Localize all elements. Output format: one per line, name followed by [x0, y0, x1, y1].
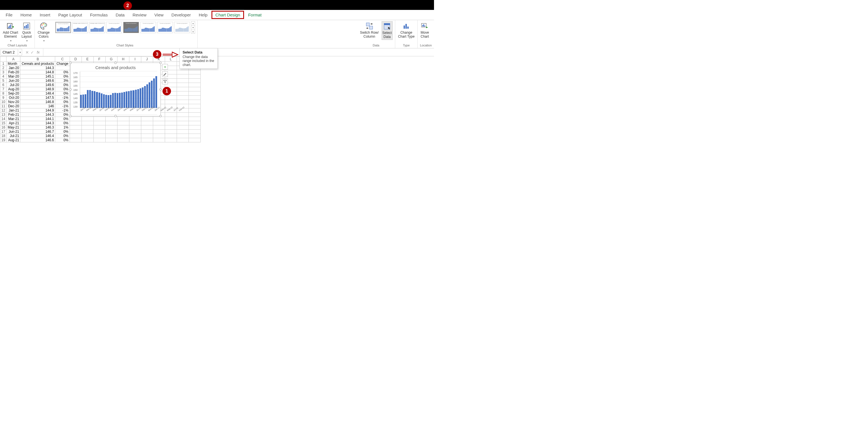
group-chart-styles-label: Chart Styles	[55, 43, 195, 47]
svg-rect-7	[27, 24, 29, 29]
resize-handle[interactable]	[159, 88, 162, 91]
change-chart-type-button[interactable]: Change Chart Type	[398, 21, 415, 39]
annotation-3: 3	[153, 50, 161, 59]
fx-icon[interactable]: fx	[36, 50, 41, 54]
title-bar	[0, 0, 434, 10]
svg-rect-16	[404, 26, 405, 29]
resize-handle[interactable]	[69, 62, 72, 64]
chart-object[interactable]: + Cereals and products 17016516015515014…	[70, 63, 161, 116]
add-chart-element-icon	[6, 22, 15, 30]
plot-area[interactable]: 170165160155150145140135130 Jan-20Mar-20…	[73, 71, 158, 114]
svg-rect-21	[424, 24, 424, 26]
col-J[interactable]: J	[141, 57, 153, 62]
x-axis: Jan-20Mar-20May-20Jul-20Sep-20Nov-20Jan-…	[80, 108, 157, 114]
resize-handle[interactable]	[159, 62, 162, 64]
group-type: Change Chart Type Type	[395, 20, 417, 48]
switch-row-column-button[interactable]: Switch Row/ Column	[360, 21, 379, 39]
svg-point-8	[42, 24, 43, 26]
quick-layout-label: Quick Layout	[22, 31, 32, 39]
group-chart-styles: Cereals and products CEREALS AND PRODUCT…	[52, 20, 197, 48]
chart-area[interactable]: Cereals and products 1701651601551501451…	[73, 65, 158, 114]
change-colors-button[interactable]: Change Colors	[37, 21, 50, 43]
svg-rect-1	[8, 27, 9, 28]
formula-input[interactable]	[43, 49, 434, 56]
resize-handle[interactable]	[69, 115, 72, 117]
worksheet: A B C D E F G H I J K L M N 1MonthCereal…	[0, 56, 434, 143]
y-axis: 170165160155150145140135130	[73, 71, 79, 114]
tab-formulas[interactable]: Formulas	[86, 11, 112, 19]
tab-view[interactable]: View	[150, 11, 167, 19]
select-all-corner[interactable]	[0, 57, 6, 62]
chart-elements-button[interactable]: +	[162, 64, 168, 70]
cancel-icon[interactable]: ✕	[26, 50, 29, 55]
annotation-1: 1	[162, 87, 171, 95]
resize-handle[interactable]	[69, 88, 72, 91]
col-D[interactable]: D	[70, 57, 82, 62]
chart-filters-button[interactable]	[162, 79, 168, 84]
svg-rect-12	[366, 23, 369, 26]
chart-styles-scroll[interactable]: ▴▾▾	[191, 21, 195, 34]
change-chart-type-label: Change Chart Type	[398, 31, 414, 39]
tab-insert[interactable]: Insert	[36, 11, 54, 19]
ribbon: Add Chart Element Quick Layout Chart Lay…	[0, 20, 434, 49]
move-chart-icon	[421, 22, 429, 30]
chart-style-6[interactable]: Cereals and products	[140, 22, 156, 33]
move-chart-label: Move Chart	[421, 31, 429, 39]
tab-review[interactable]: Review	[128, 11, 150, 19]
svg-rect-6	[26, 25, 27, 28]
col-F[interactable]: F	[93, 57, 105, 62]
svg-rect-5	[24, 26, 26, 28]
switch-row-col-label: Switch Row/ Column	[360, 31, 379, 39]
col-H[interactable]: H	[117, 57, 129, 62]
tooltip-body: Change the data range included in the ch…	[183, 55, 214, 67]
chart-style-2[interactable]: CEREALS AND PRODUCTS	[72, 22, 88, 33]
col-I[interactable]: I	[129, 57, 141, 62]
svg-rect-15	[384, 24, 390, 25]
formula-buttons: ✕ ✓ fx	[23, 49, 43, 56]
svg-point-10	[45, 24, 46, 26]
name-box-dropdown[interactable]: ▾	[19, 49, 22, 56]
chart-style-7[interactable]: Cereals and products	[157, 22, 173, 33]
tab-chart-design[interactable]: Chart Design	[212, 11, 244, 19]
tab-home[interactable]: Home	[17, 11, 36, 19]
col-A[interactable]: A	[6, 57, 20, 62]
bar-series[interactable]	[80, 72, 157, 108]
chart-styles-gallery[interactable]: Cereals and products CEREALS AND PRODUCT…	[55, 21, 195, 34]
group-chart-layouts: Add Chart Element Quick Layout Chart Lay…	[0, 20, 35, 48]
col-B[interactable]: B	[20, 57, 55, 62]
group-location: Move Chart Location	[417, 20, 434, 48]
chart-style-5[interactable]: Cereals and products	[123, 22, 139, 33]
chart-style-3[interactable]: CEREALS AND PRODUCTS	[89, 22, 105, 33]
col-G[interactable]: G	[105, 57, 117, 62]
group-type-label: Type	[398, 43, 415, 47]
move-chart-button[interactable]: Move Chart	[420, 21, 430, 39]
chart-title[interactable]: Cereals and products	[73, 65, 158, 71]
select-data-button[interactable]: Select Data	[382, 21, 393, 40]
chart-style-1[interactable]: Cereals and products	[55, 22, 71, 33]
tab-file[interactable]: File	[2, 11, 17, 19]
quick-layout-icon	[22, 22, 31, 30]
col-C[interactable]: C	[55, 57, 70, 62]
change-chart-type-icon	[402, 22, 410, 30]
chart-styles-button[interactable]	[162, 71, 168, 77]
tab-page-layout[interactable]: Page Layout	[54, 11, 86, 19]
resize-handle[interactable]	[114, 62, 117, 64]
svg-rect-17	[405, 24, 407, 29]
arrow-icon	[162, 51, 179, 59]
tab-developer[interactable]: Developer	[167, 11, 195, 19]
chart-style-4[interactable]: Cereals and products	[106, 22, 122, 33]
tab-help[interactable]: Help	[195, 11, 212, 19]
tab-format[interactable]: Format	[244, 11, 266, 19]
chart-style-8[interactable]: Cereals and products	[174, 22, 190, 33]
palette-icon	[39, 22, 48, 30]
enter-icon[interactable]: ✓	[31, 50, 34, 55]
name-box[interactable]: Chart 2	[1, 49, 18, 56]
select-data-tooltip: Select Data Change the data range includ…	[180, 48, 218, 69]
switch-row-col-icon	[365, 22, 374, 30]
resize-handle[interactable]	[114, 115, 117, 117]
quick-layout-button[interactable]: Quick Layout	[21, 21, 32, 43]
resize-handle[interactable]	[159, 115, 162, 117]
col-E[interactable]: E	[82, 57, 93, 62]
tab-data[interactable]: Data	[112, 11, 128, 19]
add-chart-element-button[interactable]: Add Chart Element	[2, 21, 19, 43]
